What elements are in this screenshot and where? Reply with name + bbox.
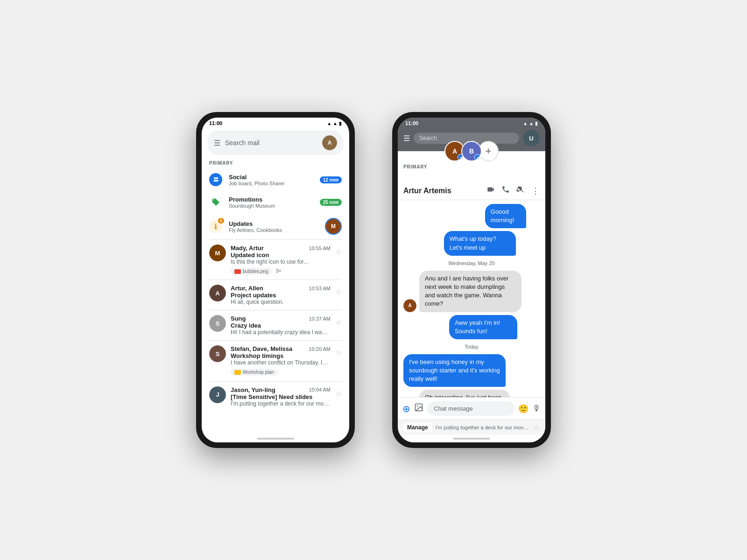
attachments: bubbles.png 3+ <box>231 266 331 275</box>
promo-icon <box>209 196 222 209</box>
video-icon[interactable] <box>486 185 495 196</box>
star-icon[interactable]: ☆ <box>335 287 342 296</box>
battery-icon-r: ▮ <box>535 121 538 126</box>
email-header: Artur, Allen 10:53 AM <box>231 285 331 292</box>
email-time: 10:53 AM <box>309 286 331 291</box>
category-social[interactable]: Social Job board, Photo Sharer 12 new <box>202 168 349 191</box>
chat-input[interactable]: Chat message <box>427 401 514 416</box>
attachment-name: bubbles.png <box>243 269 268 274</box>
email-subject: Workshop timings <box>231 352 331 359</box>
email-from: Jason, Yun-ling <box>231 386 275 393</box>
updates-badge: 2 <box>218 218 224 224</box>
spacer <box>202 412 349 435</box>
received-avatar-img: A <box>403 299 416 312</box>
chat-bottom-strip: Manage I'm putting together a deck for o… <box>398 420 545 435</box>
msg-row-received: A Oh interesting. I've just been adding … <box>403 390 540 397</box>
email-content: Mady, Artur 10:55 AM Updated icon Is thi… <box>231 245 331 275</box>
plus-count: 3+ <box>276 268 282 273</box>
updates-info: Updates Fly Airlines, Cookbooks <box>229 220 318 233</box>
email-from: Sung <box>231 315 246 322</box>
status-bar-right: 11:00 ▲ ▲ ▮ <box>398 118 545 127</box>
battery-icon: ▮ <box>339 121 342 126</box>
avatar-stack: A ✓ B ✓ + <box>444 141 499 161</box>
phone-icon[interactable] <box>501 185 510 196</box>
primary-label: PRIMARY <box>202 159 349 168</box>
search-bar[interactable]: ☰ Search mail A <box>207 131 344 155</box>
wifi-icon-r: ▲ <box>523 121 528 126</box>
phone-left: 11:00 ▲ ▲ ▮ ☰ Search mail A PRIMARY <box>196 112 355 448</box>
menu-icon[interactable]: ☰ <box>214 139 220 147</box>
msg-row: What's up today? Let's meet up <box>444 231 540 255</box>
chat-contact-name: Artur Artemis <box>403 187 483 195</box>
search-icon-chat[interactable] <box>516 185 525 196</box>
svg-point-2 <box>417 406 418 407</box>
attachment-icon-yellow <box>234 370 241 375</box>
social-icon-wrapper <box>209 173 222 186</box>
message-bubble: Aww yeah I'm in! Sounds fun! <box>449 315 517 339</box>
updates-icon: ℹ 2 <box>209 220 222 233</box>
attachment-button[interactable] <box>414 403 423 414</box>
email-subject: [Time Sensitive] Need slides <box>231 393 331 400</box>
email-content: Stefan, Dave, Melissa 10:20 AM Workshop … <box>231 345 331 377</box>
star-icon[interactable]: ☆ <box>335 318 342 327</box>
more-icon[interactable]: ⋮ <box>531 186 540 196</box>
manage-button[interactable]: Manage <box>403 423 432 432</box>
status-icons-right: ▲ ▲ ▮ <box>523 121 538 126</box>
attachment-icon <box>234 269 241 274</box>
category-updates[interactable]: ℹ 2 Updates Fly Airlines, Cookbooks M <box>202 213 349 239</box>
user-avatar-right[interactable]: U <box>523 130 540 147</box>
promo-badge: 25 new <box>320 199 342 206</box>
promo-name: Promotions <box>229 196 313 203</box>
attachments: Workshop plan <box>231 367 331 377</box>
star-icon[interactable]: ☆ <box>335 348 342 357</box>
email-from: Stefan, Dave, Melissa <box>231 345 292 352</box>
msg-row-received: A Anu and I are having folks over next w… <box>403 271 540 312</box>
message-bubble: I've been using honey in my sourdough st… <box>403 354 506 387</box>
email-avatar: A <box>209 285 226 301</box>
bottom-star-icon[interactable]: ☆ <box>534 424 540 431</box>
updates-name: Updates <box>229 220 318 227</box>
email-content: Jason, Yun-ling 10:04 AM [Time Sensitive… <box>231 386 331 407</box>
avatar-initials: S <box>209 345 226 362</box>
msg-row: I've been using honey in my sourdough st… <box>403 354 540 387</box>
mic-button[interactable]: 🎙 <box>532 404 541 413</box>
emoji-button[interactable]: 🙂 <box>518 404 529 414</box>
user-avatar[interactable]: A <box>322 135 337 150</box>
email-row[interactable]: S Sung 10:37 AM Crazy idea Hi! I had a p… <box>202 310 349 340</box>
email-row[interactable]: M Mady, Artur 10:55 AM Updated icon Is t… <box>202 240 349 280</box>
avatar-initials: M <box>209 245 226 261</box>
star-icon[interactable]: ☆ <box>335 389 342 398</box>
email-preview: Is this the right icon to use for... <box>231 259 331 265</box>
email-avatar: S <box>209 345 226 362</box>
add-button[interactable]: ⊕ <box>402 403 410 414</box>
email-row[interactable]: S Stefan, Dave, Melissa 10:20 AM Worksho… <box>202 341 349 381</box>
search-input[interactable]: Search mail <box>225 139 317 147</box>
social-badge: 12 new <box>320 176 342 183</box>
msg-row: Goood morning! <box>485 204 540 228</box>
chat-header-icons: ⋮ <box>486 185 540 196</box>
email-avatar: J <box>209 386 226 403</box>
msg-date: Today <box>403 344 540 350</box>
email-content: Sung 10:37 AM Crazy idea Hi! I had a pot… <box>231 315 331 336</box>
received-avatar: A <box>403 299 416 312</box>
category-promotions[interactable]: Promotions Sourdough Museum 25 new <box>202 191 349 213</box>
star-icon[interactable]: ☆ <box>335 247 342 256</box>
updates-avatar: M <box>325 218 342 235</box>
email-time: 10:04 AM <box>309 387 331 392</box>
email-content: Artur, Allen 10:53 AM Project updates Hi… <box>231 285 331 305</box>
email-avatar: S <box>209 315 226 332</box>
email-from: Artur, Allen <box>231 285 263 292</box>
received-msg-stack: Oh interesting. I've just been adding mo… <box>419 390 540 397</box>
updates-avatar-img: M <box>326 219 341 234</box>
updates-sub: Fly Airlines, Cookbooks <box>229 227 318 233</box>
stack-avatar-2: B ✓ <box>461 141 482 161</box>
menu-icon-r[interactable]: ☰ <box>403 134 410 143</box>
email-row[interactable]: J Jason, Yun-ling 10:04 AM [Time Sensiti… <box>202 382 349 412</box>
email-row[interactable]: A Artur, Allen 10:53 AM Project updates … <box>202 280 349 310</box>
avatar-initials: S <box>209 315 226 332</box>
message-bubble: Oh interesting. I've just been adding mo… <box>419 390 510 397</box>
msg-date: Wednesday, May 20 <box>403 260 540 266</box>
email-avatar: M <box>209 245 226 261</box>
email-preview: Hi! I had a potentially crazy idea I wan… <box>231 329 331 336</box>
email-preview: Hi all, quick question. <box>231 299 331 305</box>
